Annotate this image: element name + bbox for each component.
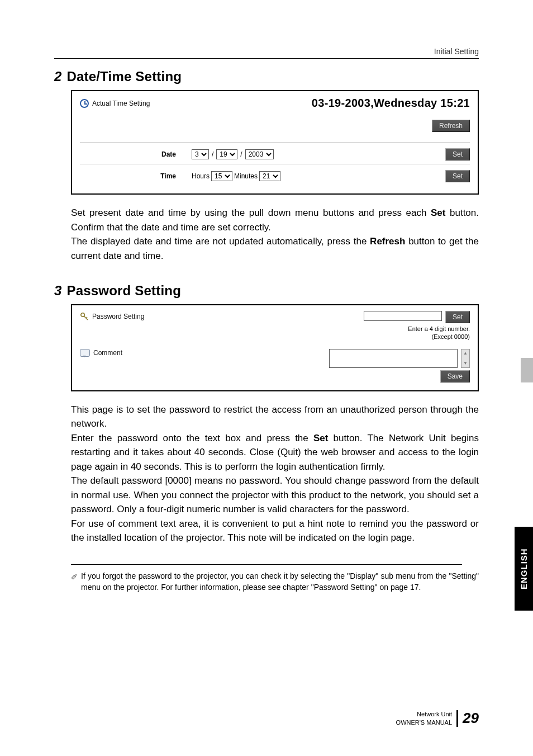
scrollbar[interactable]: ▲ ▼ [461, 349, 470, 368]
slash: / [239, 150, 243, 158]
password-setting-label: Password Setting [92, 313, 144, 320]
comment-textarea[interactable] [329, 349, 458, 368]
section2-number: 2 [54, 69, 62, 84]
side-tab-english: ENGLISH [515, 527, 533, 611]
header-section-label: Initial Setting [434, 47, 479, 56]
time-set-button[interactable]: Set [445, 170, 470, 182]
footnote-text: If you forgot the password to the projec… [81, 570, 479, 593]
time-label: Time [80, 172, 192, 180]
actual-time-label: Actual Time Setting [92, 100, 150, 107]
slash: / [211, 150, 215, 158]
clock-icon [80, 99, 89, 108]
time-row: Time Hours 15 Minutes 21 Set [80, 164, 470, 186]
comment-save-button[interactable]: Save [440, 370, 470, 382]
footnote-rule [71, 564, 462, 565]
section3-heading: 3 Password Setting [54, 283, 479, 299]
comment-icon [80, 349, 90, 357]
date-set-button[interactable]: Set [445, 148, 470, 160]
date-label: Date [80, 150, 192, 158]
time-hours-select[interactable]: 15 [211, 171, 232, 181]
refresh-button[interactable]: Refresh [432, 120, 470, 132]
footer-line1: Network Unit [417, 711, 452, 717]
scroll-up-icon[interactable]: ▲ [461, 349, 469, 357]
date-row: Date 3 / 19 / 2003 Set [80, 142, 470, 164]
section2-heading: 2 Date/Time Setting [54, 69, 479, 84]
minutes-label: Minutes [234, 172, 258, 180]
section3-body: This page is to set the password to rest… [71, 403, 479, 545]
hours-label: Hours [192, 172, 210, 180]
password-input[interactable] [364, 311, 442, 321]
pencil-icon: ✐ [71, 570, 78, 593]
page-footer: Network Unit OWNER'S MANUAL 29 [54, 710, 479, 727]
datetime-panel: Actual Time Setting 03-19-2003,Wednesday… [71, 90, 479, 195]
time-minutes-select[interactable]: 21 [259, 171, 280, 181]
password-panel: Password Setting Set Enter a 4 digit num… [71, 304, 479, 391]
section3-title: Password Setting [66, 283, 181, 298]
svg-point-0 [81, 313, 84, 316]
section2-title: Date/Time Setting [66, 69, 182, 84]
current-datetime-display: 03-19-2003,Wednesday 15:21 [312, 97, 470, 110]
scroll-down-icon[interactable]: ▼ [461, 360, 469, 367]
date-month-select[interactable]: 3 [192, 149, 209, 159]
side-tab-gray [521, 358, 533, 382]
key-icon [80, 312, 89, 321]
date-day-select[interactable]: 19 [216, 149, 237, 159]
header-rule [54, 58, 479, 59]
section2-body: Set present date and time by using the p… [71, 206, 479, 263]
date-year-select[interactable]: 2003 [245, 149, 274, 159]
comment-label: Comment [93, 349, 122, 357]
footer-line2: OWNER'S MANUAL [396, 719, 453, 726]
password-hint: Enter a 4 digit number. (Except 0000) [408, 325, 470, 341]
footnote: ✐ If you forgot the password to the proj… [71, 570, 479, 593]
password-set-button[interactable]: Set [445, 311, 470, 323]
page-number: 29 [463, 710, 479, 727]
section3-number: 3 [54, 283, 62, 298]
